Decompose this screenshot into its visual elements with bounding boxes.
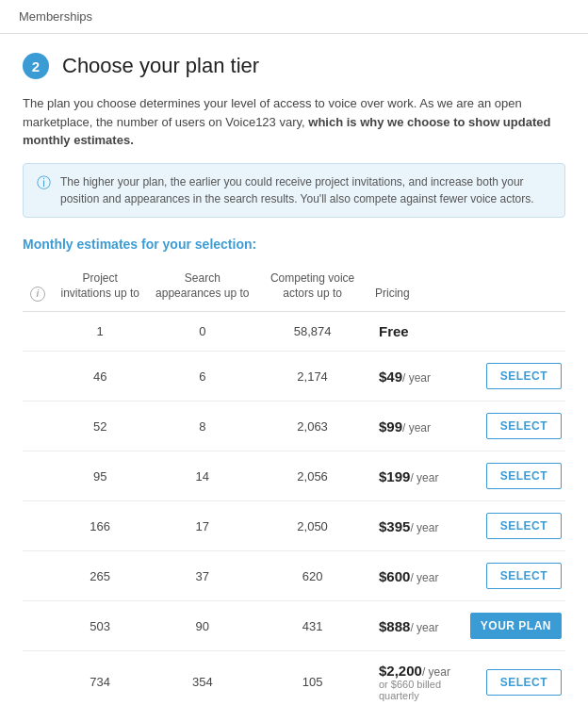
select-button[interactable]: SELECT	[486, 463, 562, 489]
table-info-icon: i	[30, 287, 45, 302]
row-competing: 58,874	[257, 312, 368, 352]
select-button[interactable]: SELECT	[486, 413, 562, 439]
top-bar: Memberships	[0, 0, 588, 34]
row-competing: 105	[257, 651, 368, 705]
table-row: 4662,174$49/ yearSELECT	[23, 352, 565, 402]
pricing-per: / year	[410, 571, 438, 584]
pricing-per: / year	[410, 621, 438, 634]
row-appearances: 354	[147, 651, 257, 705]
step-badge: 2	[23, 53, 49, 79]
row-info-cell	[23, 601, 53, 651]
pricing-per: / year	[402, 371, 431, 385]
row-invitations: 265	[53, 551, 147, 601]
row-action-cell: YOUR PLAN	[463, 601, 565, 651]
row-pricing: $600/ year	[368, 551, 463, 601]
row-info-cell	[23, 312, 53, 352]
select-button[interactable]: SELECT	[486, 363, 562, 389]
row-invitations: 734	[53, 651, 147, 705]
row-info-cell	[23, 451, 53, 501]
row-appearances: 90	[147, 601, 257, 651]
row-competing: 620	[257, 551, 368, 601]
row-info-cell	[23, 352, 53, 402]
table-header-row: i Project invitations up to Search appea…	[23, 265, 565, 312]
row-pricing: $2,200/ yearor $660 billed quarterly	[368, 651, 463, 705]
pricing-per: / year	[410, 471, 438, 484]
row-pricing: $199/ year	[368, 451, 463, 501]
main-container: 2 Choose your plan tier The plan you cho…	[0, 34, 588, 705]
row-action-cell: SELECT	[463, 501, 565, 551]
row-pricing: $99/ year	[368, 402, 463, 451]
pricing-per: / year	[410, 521, 438, 534]
row-info-cell	[23, 501, 53, 551]
pricing-amount: $2,200	[379, 663, 422, 679]
table-row: 50390431$888/ yearYOUR PLAN	[23, 601, 565, 651]
row-appearances: 14	[147, 451, 257, 501]
row-action-cell: SELECT	[463, 551, 565, 601]
table-row: 734354105$2,200/ yearor $660 billed quar…	[23, 651, 565, 705]
row-appearances: 17	[147, 501, 257, 551]
th-invitations: Project invitations up to	[53, 265, 147, 312]
row-invitations: 166	[53, 501, 147, 551]
row-appearances: 6	[147, 352, 257, 402]
row-invitations: 46	[53, 352, 147, 402]
row-invitations: 52	[53, 402, 147, 451]
row-invitations: 503	[53, 601, 147, 651]
row-info-cell	[23, 402, 53, 451]
th-info: i	[23, 265, 53, 312]
row-pricing: Free	[368, 312, 463, 352]
description-text: The plan you choose determines your leve…	[23, 94, 565, 150]
pricing-amount: $888	[379, 618, 410, 634]
monthly-header: Monthly estimates for your selection:	[23, 237, 565, 252]
row-competing: 2,174	[257, 352, 368, 402]
row-competing: 2,050	[257, 501, 368, 551]
table-row: 26537620$600/ yearSELECT	[23, 551, 565, 601]
table-row: 95142,056$199/ yearSELECT	[23, 451, 565, 501]
row-pricing: $395/ year	[368, 501, 463, 551]
row-action-cell: SELECT	[463, 352, 565, 402]
your-plan-button[interactable]: YOUR PLAN	[470, 613, 562, 639]
select-button[interactable]: SELECT	[486, 513, 562, 539]
info-box-text: The higher your plan, the earlier you co…	[60, 173, 551, 207]
pricing-per: / year	[422, 665, 450, 679]
row-info-cell	[23, 651, 53, 705]
pricing-amount: $49	[379, 369, 402, 385]
pricing-amount: $395	[379, 518, 410, 534]
select-button[interactable]: SELECT	[486, 669, 562, 696]
row-appearances: 0	[147, 312, 257, 352]
plan-table: i Project invitations up to Search appea…	[23, 265, 565, 706]
row-invitations: 95	[53, 451, 147, 501]
row-action-cell: SELECT	[463, 451, 565, 501]
row-competing: 2,063	[257, 402, 368, 451]
table-row: 1058,874Free	[23, 312, 565, 352]
page-title: Choose your plan tier	[62, 54, 259, 78]
row-pricing: $888/ year	[368, 601, 463, 651]
table-row: 166172,050$395/ yearSELECT	[23, 501, 565, 551]
table-row: 5282,063$99/ yearSELECT	[23, 402, 565, 451]
th-appearances: Search appearances up to	[147, 265, 257, 312]
row-info-cell	[23, 551, 53, 601]
row-appearances: 8	[147, 402, 257, 451]
topbar-label: Memberships	[19, 9, 92, 24]
row-invitations: 1	[53, 312, 147, 352]
step-header: 2 Choose your plan tier	[23, 53, 565, 79]
th-pricing: Pricing	[368, 265, 463, 312]
row-action-cell: SELECT	[463, 651, 565, 705]
pricing-per: / year	[402, 421, 431, 434]
pricing-amount: $600	[379, 568, 410, 584]
row-competing: 431	[257, 601, 368, 651]
pricing-sub: or $660 billed quarterly	[379, 679, 455, 701]
pricing-amount: $99	[379, 418, 402, 434]
pricing-amount: $199	[379, 468, 410, 484]
select-button[interactable]: SELECT	[486, 563, 562, 589]
pricing-free: Free	[379, 323, 409, 339]
info-icon: ⓘ	[37, 174, 51, 192]
th-action	[463, 265, 565, 312]
row-pricing: $49/ year	[368, 352, 463, 402]
row-competing: 2,056	[257, 451, 368, 501]
row-action-cell	[463, 312, 565, 352]
info-box: ⓘ The higher your plan, the earlier you …	[23, 163, 565, 218]
row-appearances: 37	[147, 551, 257, 601]
row-action-cell: SELECT	[463, 402, 565, 451]
th-competing: Competing voice actors up to	[257, 265, 368, 312]
